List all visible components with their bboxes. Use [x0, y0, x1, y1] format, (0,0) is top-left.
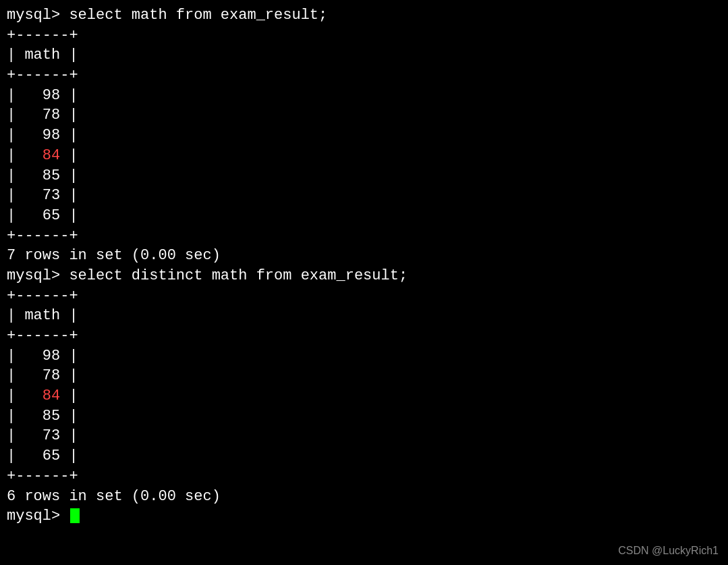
terminal-line-border1: +------+: [7, 26, 721, 46]
terminal-line-header2: | math |: [7, 306, 721, 326]
terminal-line-row2-6: | 65 |: [7, 446, 721, 466]
terminal-line-cmd1: mysql> select math from exam_result;: [7, 5, 721, 26]
terminal-line-row1: | 98 |: [7, 86, 721, 106]
terminal-line-row2-5: | 73 |: [7, 426, 721, 446]
terminal-line-row3: | 98 |: [7, 126, 721, 146]
watermark: CSDN @LuckyRich1: [618, 543, 719, 558]
terminal-line-border6: +------+: [7, 466, 721, 487]
terminal-line-header1: | math |: [7, 45, 721, 65]
terminal-line-cmd3-prompt: mysql>: [7, 506, 721, 527]
terminal-line-border2: +------+: [7, 65, 721, 86]
terminal-line-row6: | 73 |: [7, 186, 721, 206]
terminal-line-row4-red: | 84 |: [7, 146, 721, 166]
terminal-line-row5: | 85 |: [7, 166, 721, 186]
terminal-line-row7: | 65 |: [7, 206, 721, 226]
terminal-line-row2-3-red: | 84 |: [7, 386, 721, 406]
terminal-line-row2: | 78 |: [7, 105, 721, 126]
terminal-line-row2-4: | 85 |: [7, 406, 721, 427]
terminal-window: mysql> select math from exam_result;+---…: [0, 0, 728, 565]
terminal-cursor: [70, 508, 80, 523]
terminal-line-result2: 6 rows in set (0.00 sec): [7, 487, 721, 507]
terminal-line-cmd2: mysql> select distinct math from exam_re…: [7, 266, 721, 286]
terminal-line-result1: 7 rows in set (0.00 sec): [7, 246, 721, 266]
terminal-line-border3: +------+: [7, 226, 721, 246]
terminal-line-row2-2: | 78 |: [7, 366, 721, 386]
terminal-line-border4: +------+: [7, 286, 721, 306]
terminal-output: mysql> select math from exam_result;+---…: [7, 5, 721, 527]
terminal-line-border5: +------+: [7, 326, 721, 346]
terminal-line-row2-1: | 98 |: [7, 346, 721, 367]
